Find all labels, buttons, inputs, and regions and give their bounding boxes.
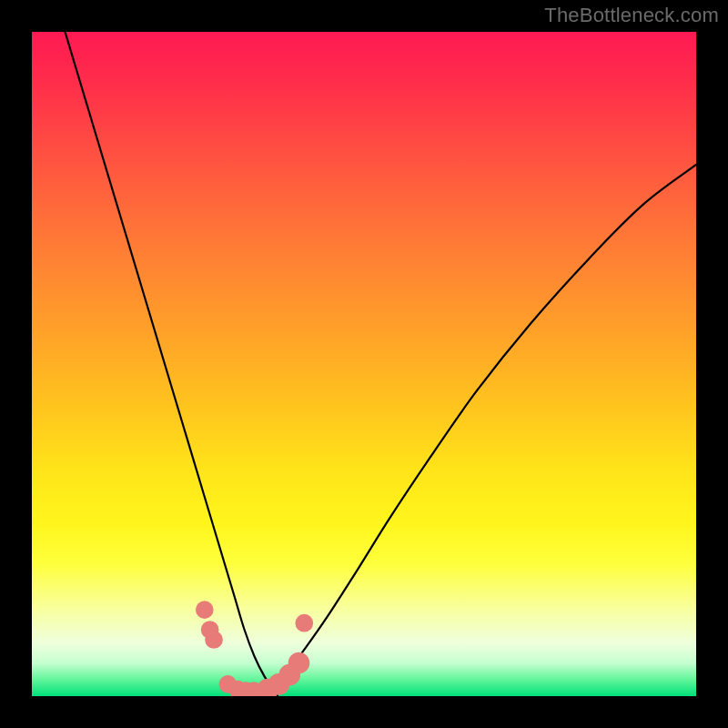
data-marker [205,631,223,649]
data-marker [196,601,214,619]
data-marker [295,614,313,632]
watermark-text: TheBottleneck.com [544,4,719,27]
right-curve [265,165,697,696]
left-curve [66,32,278,696]
chart-frame: TheBottleneck.com [0,0,728,728]
chart-svg [32,32,696,696]
plot-area [32,32,696,696]
marker-group [196,601,313,696]
data-marker [288,652,310,674]
